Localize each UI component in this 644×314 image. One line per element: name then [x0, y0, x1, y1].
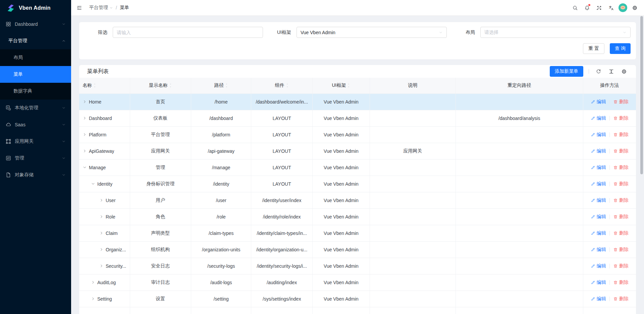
fullscreen-button[interactable] — [594, 3, 604, 12]
chevron-down-icon — [62, 22, 66, 26]
edit-link[interactable]: 编辑 — [591, 115, 606, 121]
row-expand-right-icon[interactable] — [99, 214, 104, 219]
table-row[interactable]: Claim声明类型/claim-types/identity/claim-typ… — [79, 225, 636, 241]
column-header[interactable]: 路径 — [191, 78, 251, 93]
settings-button[interactable] — [630, 3, 639, 12]
row-ui-framework: Vue Vben Admin — [324, 132, 359, 137]
delete-link[interactable]: 删除 — [613, 296, 629, 302]
delete-link[interactable]: 删除 — [613, 230, 629, 236]
row-name: Security... — [106, 263, 126, 269]
edit-link[interactable]: 编辑 — [591, 165, 606, 171]
table-row[interactable]: Security...安全日志/security-logs/identity/s… — [79, 258, 636, 274]
row-expand-right-icon[interactable] — [99, 264, 104, 268]
sidebar-item-dictionary[interactable]: 数据字典 — [0, 83, 71, 100]
row-height-button[interactable] — [607, 67, 615, 75]
app-logo[interactable]: Vben Admin — [0, 0, 71, 16]
sort-control[interactable] — [169, 83, 172, 88]
table-row[interactable]: ApiGateway应用网关/api-gatewayLAYOUTVue Vben… — [79, 143, 636, 159]
table-row[interactable]: Manage管理/manageLAYOUTVue Vben Admin编辑删除 — [79, 159, 636, 176]
table-row[interactable]: AuditLog审计日志/audit-logs/auditing/indexVu… — [79, 274, 636, 291]
column-settings-button[interactable] — [620, 67, 628, 75]
menu-list-card: 菜单列表 添加新菜单 — [79, 65, 636, 314]
sidebar-item-platform[interactable]: 平台管理 — [0, 33, 71, 49]
row-expand-down-icon[interactable] — [91, 182, 95, 186]
table-row[interactable]: Platform平台管理/platformLAYOUTVue Vben Admi… — [79, 126, 636, 143]
delete-link[interactable]: 删除 — [613, 214, 629, 220]
row-expand-right-icon[interactable] — [99, 198, 104, 202]
delete-link[interactable]: 删除 — [613, 132, 629, 138]
query-button[interactable]: 查 询 — [610, 43, 631, 54]
notifications-button[interactable] — [582, 3, 592, 12]
sidebar-item-localization[interactable]: A本地化管理 — [0, 100, 71, 116]
language-button[interactable]: 文 — [606, 3, 616, 12]
table-row[interactable]: Setting设置/setting/sys/settings/indexVue … — [79, 291, 636, 307]
row-expand-right-icon[interactable] — [91, 280, 95, 285]
ui-framework-select[interactable]: Vue Vben Admin — [297, 27, 447, 38]
column-header[interactable]: UI框架 — [313, 78, 370, 93]
table-row[interactable]: Role角色/role/identity/role/indexVue Vben … — [79, 208, 636, 225]
delete-link[interactable]: 删除 — [613, 181, 629, 187]
row-expand-right-icon[interactable] — [83, 132, 87, 137]
column-header[interactable]: 组件 — [251, 78, 313, 93]
table-row[interactable]: Organiz...组织机构/organization-units/identi… — [79, 241, 636, 258]
table-row[interactable]: Identity身份标识管理/identityLAYOUTVue Vben Ad… — [79, 176, 636, 192]
column-header[interactable]: 名称 — [79, 78, 130, 93]
sort-control[interactable] — [93, 83, 96, 88]
filter-keyword-input[interactable] — [113, 27, 263, 38]
edit-link[interactable]: 编辑 — [591, 99, 606, 105]
search-button[interactable] — [570, 3, 580, 12]
sidebar-item-manage[interactable]: 管理 — [0, 150, 71, 167]
sort-control[interactable] — [225, 83, 228, 88]
breadcrumb-parent[interactable]: 平台管理 — [89, 5, 113, 11]
edit-link[interactable]: 编辑 — [591, 230, 606, 236]
row-expand-right-icon[interactable] — [99, 231, 104, 235]
refresh-button[interactable] — [594, 67, 602, 75]
column-label: 名称 — [83, 82, 92, 88]
delete-link[interactable]: 删除 — [613, 247, 629, 253]
sort-control[interactable] — [347, 83, 350, 88]
scrollbar-thumb[interactable] — [640, 16, 643, 174]
sort-control[interactable] — [286, 83, 289, 88]
edit-link[interactable]: 编辑 — [591, 296, 606, 302]
row-expand-right-icon[interactable] — [83, 116, 87, 120]
delete-link[interactable]: 删除 — [613, 99, 629, 105]
sidebar-item-layout[interactable]: 布局 — [0, 49, 71, 66]
edit-link[interactable]: 编辑 — [591, 132, 606, 138]
add-menu-button[interactable]: 添加新菜单 — [550, 66, 583, 77]
edit-link[interactable]: 编辑 — [591, 148, 606, 154]
edit-link[interactable]: 编辑 — [591, 247, 606, 253]
edit-link[interactable]: 编辑 — [591, 279, 606, 286]
sidebar-item-storage[interactable]: 对象存储 — [0, 167, 71, 183]
delete-link[interactable]: 删除 — [613, 165, 629, 171]
pencil-icon — [591, 280, 595, 285]
sidebar-item-menu[interactable]: 菜单 — [0, 66, 71, 83]
row-display-name: 设置 — [156, 296, 165, 301]
delete-link[interactable]: 删除 — [613, 263, 629, 269]
content-scrollbar[interactable] — [640, 16, 643, 314]
delete-link[interactable]: 删除 — [613, 197, 629, 203]
sidebar-item-label: Dashboard — [15, 21, 38, 27]
sidebar-item-gateway[interactable]: 应用网关 — [0, 133, 71, 150]
table-row[interactable]: User用户/user/identity/user/indexVue Vben … — [79, 192, 636, 208]
user-avatar[interactable] — [619, 3, 627, 12]
sidebar-collapse-button[interactable] — [74, 3, 84, 12]
edit-link[interactable]: 编辑 — [591, 181, 606, 187]
column-header[interactable]: 显示名称 — [130, 78, 191, 93]
table-row[interactable]: Home首页/home/dashboard/welcome/in...Vue V… — [79, 93, 636, 110]
sidebar-item-dashboard[interactable]: Dashboard — [0, 16, 71, 33]
row-expand-right-icon[interactable] — [91, 297, 95, 301]
sidebar-item-saas[interactable]: Saas — [0, 116, 71, 133]
edit-link[interactable]: 编辑 — [591, 214, 606, 220]
row-expand-right-icon[interactable] — [83, 149, 87, 153]
layout-select[interactable]: 请选择 — [480, 27, 631, 38]
table-row[interactable]: Dashboard仪表板/dashboardLAYOUTVue Vben Adm… — [79, 110, 636, 126]
row-expand-right-icon[interactable] — [83, 100, 87, 104]
delete-link[interactable]: 删除 — [613, 279, 629, 286]
delete-link[interactable]: 删除 — [613, 148, 629, 154]
reset-button[interactable]: 重 置 — [583, 43, 604, 54]
row-expand-down-icon[interactable] — [83, 165, 87, 170]
edit-link[interactable]: 编辑 — [591, 197, 606, 203]
row-expand-right-icon[interactable] — [99, 247, 104, 252]
edit-link[interactable]: 编辑 — [591, 263, 606, 269]
delete-link[interactable]: 删除 — [613, 115, 629, 121]
